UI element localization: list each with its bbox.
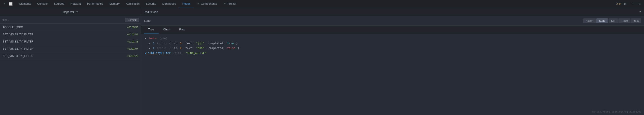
tree-key-todos: todos: [149, 36, 157, 41]
redux-header: Redux todo ▼: [141, 8, 644, 16]
action-button[interactable]: Action: [583, 18, 596, 23]
tree-val-completed1: false: [227, 46, 235, 51]
warning-icon: ⚠: [616, 2, 619, 5]
state-button[interactable]: State: [596, 18, 608, 23]
item0-expand-arrow[interactable]: ▶: [149, 42, 152, 46]
tree-row-visibility: visibilityFilter (pin): "SHOW_ACTIVE": [144, 51, 640, 56]
tab-chart[interactable]: Chart: [158, 25, 175, 34]
tree-meta-item0: (pin):: [155, 41, 166, 46]
inspector-title: Inspector: [63, 10, 74, 14]
filter-row: Commit: [0, 16, 141, 24]
todos-collapse-arrow[interactable]: ▼: [144, 37, 148, 41]
diff-button[interactable]: Diff: [608, 18, 618, 23]
tab-lighthouse-label: Lighthouse: [162, 2, 176, 5]
state-tree-content: ▼ todos (pin) ▶ 0 (pin): { id: 0, text: …: [141, 34, 644, 115]
tab-redux[interactable]: Redux: [179, 0, 194, 8]
tab-performance-label: Performance: [87, 2, 103, 5]
tab-list: Elements Console Sources Network Perform…: [16, 0, 616, 8]
trace-button[interactable]: Trace: [618, 18, 630, 23]
sub-tabs: Tree Chart Raw: [141, 25, 644, 34]
list-item[interactable]: SET_VISIBILITY_FILTER +00:01.97: [0, 45, 141, 52]
tab-network[interactable]: Network: [67, 0, 84, 8]
list-item[interactable]: SET_VISIBILITY_FILTER +00:02.55: [0, 31, 141, 38]
action-name: SET_VISIBILITY_FILTER: [3, 40, 34, 43]
action-time: +00:05.53: [127, 26, 138, 29]
tree-punctuation-item0: { id:: [168, 41, 179, 46]
tab-security[interactable]: Security: [143, 0, 159, 8]
tab-tree[interactable]: Tree: [144, 25, 158, 34]
list-item[interactable]: SET_VISIBILITY_FILTER +02:37.29: [0, 52, 141, 59]
action-time: +00:02.55: [127, 33, 138, 36]
right-panel: Redux todo ▼ State Action State Diff Tra…: [141, 8, 644, 115]
top-bar-right: ⚠ 2 ⚙ ⋮ ✕: [616, 1, 642, 7]
state-title: State: [144, 19, 150, 22]
action-name: TOGGLE_TODO: [3, 26, 23, 29]
tree-brace0: }: [234, 41, 238, 46]
tree-comma1b: , completed:: [205, 46, 226, 51]
tree-comma0: , text:: [182, 41, 195, 46]
tree-val-text0: "jjj": [196, 41, 204, 46]
more-options-icon[interactable]: ⋮: [630, 1, 635, 7]
tree-row-item0: ▶ 0 (pin): { id: 0, text: "jjj", complet…: [149, 41, 640, 46]
close-devtools-icon[interactable]: ✕: [637, 1, 642, 7]
action-name: SET_VISIBILITY_FILTER: [3, 54, 34, 58]
tree-val-id0: 0: [180, 41, 181, 46]
tab-components-label: Components: [201, 2, 217, 5]
tree-val-visibility: "SHOW_ACTIVE": [184, 51, 206, 56]
top-bar: ↖ ⬜ Elements Console Sources Network Per…: [0, 0, 644, 8]
action-name: SET_VISIBILITY_FILTER: [3, 47, 34, 50]
devtools-icons: ↖ ⬜: [2, 1, 14, 7]
warning-badge[interactable]: ⚠ 2: [616, 2, 621, 5]
tab-console[interactable]: Console: [34, 0, 51, 8]
state-buttons: Action State Diff Trace Test: [583, 18, 641, 23]
tree-val-completed0: true: [227, 41, 234, 46]
action-time: +00:01.97: [127, 48, 138, 50]
test-button[interactable]: Test: [631, 18, 641, 23]
cursor-icon[interactable]: ↖: [2, 1, 7, 7]
item1-expand-arrow[interactable]: ▶: [149, 46, 152, 50]
tree-row-todos: ▼ todos (pin): [144, 36, 640, 41]
tab-security-label: Security: [146, 2, 156, 5]
tab-memory[interactable]: Memory: [106, 0, 122, 8]
tab-console-label: Console: [37, 2, 48, 5]
tree-row-item1: ▶ 1 (pin): { id: 1, text: "hhh", complet…: [149, 46, 640, 51]
tab-components[interactable]: ⚛ Components: [194, 0, 220, 8]
tree-punctuation-item1: { id:: [168, 46, 179, 51]
tab-profiler[interactable]: ⚛ Profiler: [220, 0, 240, 8]
action-time: +00:01.35: [127, 40, 138, 43]
tree-key-visibility: visibilityFilter: [144, 51, 171, 56]
tree-brace1: }: [236, 46, 239, 51]
commit-button[interactable]: Commit: [125, 18, 139, 22]
tree-key-item1: 1: [153, 46, 154, 51]
redux-title: Redux todo: [144, 10, 158, 14]
settings-icon[interactable]: ⚙: [622, 1, 628, 7]
tree-val-id1: 1: [180, 46, 181, 51]
warning-count: 2: [619, 3, 621, 5]
tab-application-label: Application: [126, 2, 140, 5]
responsive-icon[interactable]: ⬜: [8, 1, 14, 7]
tab-raw[interactable]: Raw: [175, 25, 190, 34]
filter-input[interactable]: [2, 18, 125, 21]
tree-key-item0: 0: [153, 41, 154, 46]
action-time: +02:37.29: [127, 55, 138, 57]
url-bar: https://blog.csdn.net/qq_37268201: [592, 110, 641, 114]
inspector-dropdown-arrow[interactable]: ▼: [76, 11, 78, 13]
tab-redux-label: Redux: [182, 2, 190, 5]
tab-sources-label: Sources: [54, 2, 64, 5]
tree-val-text1: "hhh": [196, 46, 204, 51]
inspector-header: Inspector ▼: [0, 8, 141, 16]
list-item[interactable]: TOGGLE_TODO +00:05.53: [0, 24, 141, 31]
tab-profiler-label: Profiler: [228, 2, 236, 5]
state-header: State Action State Diff Trace Test: [141, 16, 644, 25]
tab-lighthouse[interactable]: Lighthouse: [159, 0, 179, 8]
tab-application[interactable]: Application: [122, 0, 142, 8]
tab-sources[interactable]: Sources: [51, 0, 67, 8]
redux-dropdown-arrow[interactable]: ▼: [639, 11, 641, 13]
tab-elements[interactable]: Elements: [16, 0, 34, 8]
list-item[interactable]: SET_VISIBILITY_FILTER +00:01.35: [0, 38, 141, 45]
tree-meta-item1: (pin):: [155, 46, 166, 51]
profiler-react-icon: ⚛: [223, 2, 226, 5]
left-panel: Inspector ▼ Commit TOGGLE_TODO +00:05.53…: [0, 8, 141, 115]
tab-performance[interactable]: Performance: [84, 0, 106, 8]
tab-tree-label: Tree: [148, 28, 154, 31]
